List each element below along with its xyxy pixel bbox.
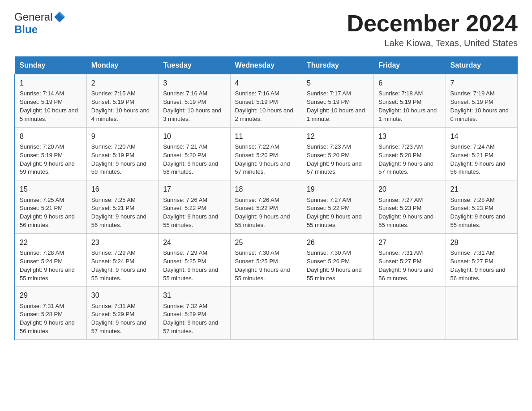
day-number: 4 bbox=[235, 78, 297, 88]
day-number: 3 bbox=[163, 78, 225, 88]
day-number: 22 bbox=[20, 237, 82, 248]
calendar-cell: 7Sunrise: 7:19 AMSunset: 5:19 PMDaylight… bbox=[446, 74, 517, 128]
day-number: 19 bbox=[307, 184, 369, 194]
day-number: 8 bbox=[20, 131, 82, 141]
logo-flag-icon bbox=[53, 11, 66, 23]
calendar-cell: 15Sunrise: 7:25 AMSunset: 5:21 PMDayligh… bbox=[15, 180, 86, 234]
calendar-cell: 24Sunrise: 7:29 AMSunset: 5:25 PMDayligh… bbox=[159, 233, 230, 287]
calendar-cell bbox=[302, 287, 373, 340]
day-number: 2 bbox=[91, 78, 154, 88]
calendar-header-row: Sunday Monday Tuesday Wednesday Thursday… bbox=[15, 57, 518, 74]
day-number: 12 bbox=[307, 131, 369, 141]
location-title: Lake Kiowa, Texas, United States bbox=[347, 38, 518, 48]
calendar-cell: 22Sunrise: 7:28 AMSunset: 5:24 PMDayligh… bbox=[15, 233, 86, 287]
day-number: 21 bbox=[450, 184, 513, 194]
calendar-cell: 30Sunrise: 7:31 AMSunset: 5:29 PMDayligh… bbox=[86, 287, 158, 340]
calendar-cell: 4Sunrise: 7:16 AMSunset: 5:19 PMDaylight… bbox=[230, 74, 302, 128]
calendar-cell: 21Sunrise: 7:28 AMSunset: 5:23 PMDayligh… bbox=[446, 180, 517, 234]
calendar-cell: 23Sunrise: 7:29 AMSunset: 5:24 PMDayligh… bbox=[86, 233, 158, 287]
day-number: 16 bbox=[91, 184, 154, 194]
header-friday: Friday bbox=[374, 57, 446, 74]
calendar-cell: 6Sunrise: 7:18 AMSunset: 5:19 PMDaylight… bbox=[374, 74, 446, 128]
header-tuesday: Tuesday bbox=[159, 57, 230, 74]
header-thursday: Thursday bbox=[302, 57, 373, 74]
day-number: 28 bbox=[450, 237, 513, 248]
header-wednesday: Wednesday bbox=[230, 57, 302, 74]
calendar-cell: 10Sunrise: 7:21 AMSunset: 5:20 PMDayligh… bbox=[159, 127, 230, 180]
calendar-week-row: 15Sunrise: 7:25 AMSunset: 5:21 PMDayligh… bbox=[15, 180, 518, 234]
calendar-cell: 27Sunrise: 7:31 AMSunset: 5:27 PMDayligh… bbox=[374, 233, 446, 287]
day-number: 7 bbox=[450, 78, 513, 88]
calendar-cell: 19Sunrise: 7:27 AMSunset: 5:22 PMDayligh… bbox=[302, 180, 373, 234]
day-number: 10 bbox=[163, 131, 225, 141]
calendar-cell: 9Sunrise: 7:20 AMSunset: 5:19 PMDaylight… bbox=[86, 127, 158, 180]
logo-blue-text: Blue bbox=[14, 23, 38, 36]
calendar-week-row: 29Sunrise: 7:31 AMSunset: 5:28 PMDayligh… bbox=[15, 287, 518, 340]
day-number: 25 bbox=[235, 237, 297, 248]
day-number: 15 bbox=[20, 184, 82, 194]
day-number: 24 bbox=[163, 237, 225, 248]
day-number: 26 bbox=[307, 237, 369, 248]
day-number: 9 bbox=[91, 131, 154, 141]
header-sunday: Sunday bbox=[15, 57, 86, 74]
day-number: 18 bbox=[235, 184, 297, 194]
calendar-cell: 13Sunrise: 7:23 AMSunset: 5:20 PMDayligh… bbox=[374, 127, 446, 180]
calendar-cell: 1Sunrise: 7:14 AMSunset: 5:19 PMDaylight… bbox=[15, 74, 86, 128]
calendar-cell: 11Sunrise: 7:22 AMSunset: 5:20 PMDayligh… bbox=[230, 127, 302, 180]
day-number: 1 bbox=[20, 78, 82, 88]
calendar-cell: 16Sunrise: 7:25 AMSunset: 5:21 PMDayligh… bbox=[86, 180, 158, 234]
calendar-cell: 3Sunrise: 7:16 AMSunset: 5:19 PMDaylight… bbox=[159, 74, 230, 128]
header-saturday: Saturday bbox=[446, 57, 517, 74]
calendar-cell: 20Sunrise: 7:27 AMSunset: 5:23 PMDayligh… bbox=[374, 180, 446, 234]
day-number: 14 bbox=[450, 131, 513, 141]
day-number: 27 bbox=[378, 237, 441, 248]
page-header: General Blue December 2024 Lake Kiowa, T… bbox=[14, 11, 518, 48]
calendar-cell: 28Sunrise: 7:31 AMSunset: 5:27 PMDayligh… bbox=[446, 233, 517, 287]
header-monday: Monday bbox=[86, 57, 158, 74]
title-section: December 2024 Lake Kiowa, Texas, United … bbox=[347, 11, 518, 48]
day-number: 6 bbox=[378, 78, 441, 88]
logo: General Blue bbox=[14, 11, 66, 36]
day-number: 17 bbox=[163, 184, 225, 194]
calendar-cell: 31Sunrise: 7:32 AMSunset: 5:29 PMDayligh… bbox=[159, 287, 230, 340]
calendar-cell: 12Sunrise: 7:23 AMSunset: 5:20 PMDayligh… bbox=[302, 127, 373, 180]
calendar-cell: 17Sunrise: 7:26 AMSunset: 5:22 PMDayligh… bbox=[159, 180, 230, 234]
calendar-cell: 29Sunrise: 7:31 AMSunset: 5:28 PMDayligh… bbox=[15, 287, 86, 340]
calendar-week-row: 8Sunrise: 7:20 AMSunset: 5:19 PMDaylight… bbox=[15, 127, 518, 180]
day-number: 20 bbox=[378, 184, 441, 194]
day-number: 30 bbox=[91, 290, 154, 300]
day-number: 5 bbox=[307, 78, 369, 88]
day-number: 31 bbox=[163, 290, 225, 300]
day-number: 13 bbox=[378, 131, 441, 141]
day-number: 11 bbox=[235, 131, 297, 141]
calendar-cell bbox=[374, 287, 446, 340]
calendar-cell bbox=[446, 287, 517, 340]
calendar-cell: 26Sunrise: 7:30 AMSunset: 5:26 PMDayligh… bbox=[302, 233, 373, 287]
month-title: December 2024 bbox=[347, 11, 518, 36]
calendar-cell: 18Sunrise: 7:26 AMSunset: 5:22 PMDayligh… bbox=[230, 180, 302, 234]
calendar-cell: 2Sunrise: 7:15 AMSunset: 5:19 PMDaylight… bbox=[86, 74, 158, 128]
calendar-cell bbox=[230, 287, 302, 340]
calendar-week-row: 1Sunrise: 7:14 AMSunset: 5:19 PMDaylight… bbox=[15, 74, 518, 128]
logo-general-text: General bbox=[14, 11, 52, 23]
calendar-cell: 8Sunrise: 7:20 AMSunset: 5:19 PMDaylight… bbox=[15, 127, 86, 180]
day-number: 23 bbox=[91, 237, 154, 248]
calendar-cell: 5Sunrise: 7:17 AMSunset: 5:19 PMDaylight… bbox=[302, 74, 373, 128]
calendar-cell: 14Sunrise: 7:24 AMSunset: 5:21 PMDayligh… bbox=[446, 127, 517, 180]
calendar-cell: 25Sunrise: 7:30 AMSunset: 5:25 PMDayligh… bbox=[230, 233, 302, 287]
calendar-table: Sunday Monday Tuesday Wednesday Thursday… bbox=[14, 56, 518, 340]
calendar-week-row: 22Sunrise: 7:28 AMSunset: 5:24 PMDayligh… bbox=[15, 233, 518, 287]
day-number: 29 bbox=[20, 290, 82, 300]
